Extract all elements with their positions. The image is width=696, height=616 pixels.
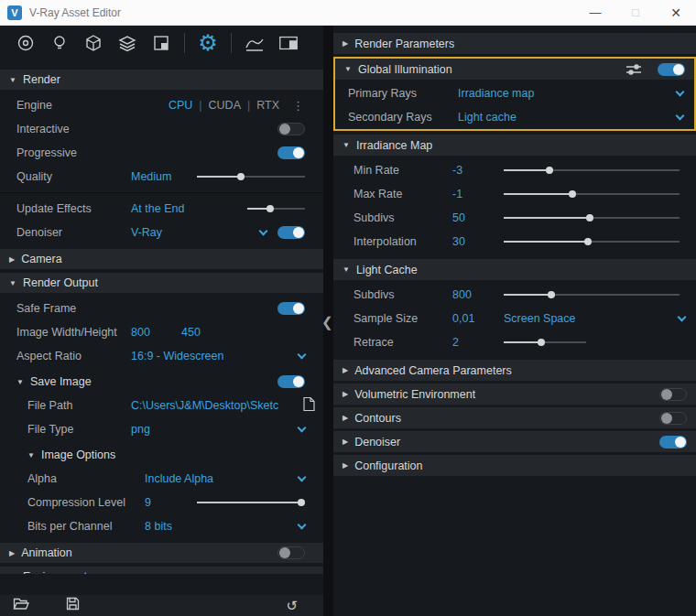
- engine-cuda-option[interactable]: CUDA: [209, 99, 241, 112]
- maximize-button[interactable]: □: [615, 0, 656, 25]
- compression-value[interactable]: 9: [145, 496, 197, 509]
- secondary-rays-value[interactable]: Light cache: [458, 111, 517, 124]
- advanced-settings-icon[interactable]: [625, 63, 642, 76]
- sample-size-space-value[interactable]: Screen Space: [504, 312, 576, 325]
- min-rate-value[interactable]: -3: [452, 164, 504, 177]
- im-subdivs-slider[interactable]: [504, 217, 680, 219]
- section-header-light-cache[interactable]: ▼ Light Cache: [333, 259, 696, 280]
- interpolation-slider[interactable]: [504, 241, 680, 243]
- settings-scroll-area: ▼ Render Engine CPU|CUDA|RTX ⋮ Interacti…: [0, 70, 323, 595]
- image-width-field[interactable]: 800: [131, 326, 181, 339]
- min-rate-slider[interactable]: [504, 169, 680, 171]
- volumetric-toggle[interactable]: [659, 388, 687, 401]
- denoiser-value[interactable]: V-Ray: [131, 226, 162, 239]
- section-header-environment[interactable]: ▼ Environment: [0, 567, 323, 574]
- interpolation-value[interactable]: 30: [452, 235, 504, 248]
- section-header-camera[interactable]: ▶ Camera: [0, 249, 323, 269]
- max-rate-slider[interactable]: [504, 193, 680, 195]
- aspect-ratio-value[interactable]: 16:9 - Widescreen: [131, 350, 223, 362]
- lights-icon[interactable]: [49, 32, 71, 54]
- update-effects-value[interactable]: At the End: [131, 202, 184, 215]
- aspect-ratio-row: Aspect Ratio 16:9 - Widescreen: [0, 344, 323, 368]
- file-browse-icon[interactable]: [302, 396, 316, 415]
- section-header-denoiser[interactable]: ▶ Denoiser: [333, 431, 696, 452]
- max-rate-value[interactable]: -1: [452, 188, 504, 200]
- render-icon[interactable]: [15, 32, 37, 54]
- safe-frame-toggle[interactable]: [277, 302, 305, 315]
- sample-size-value[interactable]: 0,01: [452, 312, 504, 325]
- animation-toggle[interactable]: [277, 546, 305, 559]
- section-header-global-illumination[interactable]: ▼ Global Illumination: [335, 59, 694, 80]
- progressive-toggle[interactable]: [277, 146, 305, 159]
- chevron-down-icon[interactable]: [298, 473, 307, 482]
- subsection-save-image[interactable]: ▼ Save Image: [0, 372, 323, 392]
- section-header-irradiance-map[interactable]: ▼ Irradiance Map: [333, 135, 696, 156]
- collapse-triangle-icon: ▼: [9, 573, 16, 575]
- collapse-triangle-icon: ▶: [343, 438, 348, 446]
- denoiser-toggle[interactable]: [277, 226, 305, 239]
- global-illumination-toggle[interactable]: [658, 63, 685, 76]
- lc-subdivs-slider[interactable]: [504, 294, 680, 296]
- section-header-volumetric[interactable]: ▶ Volumetric Environment: [333, 384, 696, 405]
- textures-icon[interactable]: [150, 32, 172, 54]
- engine-cpu-option[interactable]: CPU: [169, 99, 192, 112]
- geometry-icon[interactable]: [82, 32, 104, 54]
- collapse-panel-icon[interactable]: ❮: [321, 315, 333, 329]
- chevron-down-icon[interactable]: [676, 112, 685, 121]
- displacement-icon[interactable]: [244, 32, 266, 54]
- section-header-configuration[interactable]: ▶ Configuration: [333, 455, 696, 476]
- section-header-render[interactable]: ▼ Render: [0, 70, 323, 90]
- primary-rays-value[interactable]: Irradiance map: [458, 87, 534, 100]
- denoiser-row: Denoiser V-Ray: [0, 221, 323, 244]
- save-icon[interactable]: [66, 597, 80, 614]
- materials-icon[interactable]: [116, 32, 138, 54]
- contours-toggle[interactable]: [659, 412, 687, 425]
- engine-more-icon[interactable]: ⋮: [292, 99, 305, 113]
- retrace-value[interactable]: 2: [452, 336, 504, 349]
- section-header-animation[interactable]: ▶ Animation: [0, 543, 323, 563]
- section-header-render-parameters[interactable]: ▶ Render Parameters: [333, 33, 696, 54]
- undo-icon[interactable]: ↺: [286, 598, 298, 614]
- chevron-down-icon[interactable]: [298, 521, 307, 530]
- chevron-down-icon[interactable]: [259, 227, 268, 236]
- subsection-image-options[interactable]: ▼ Image Options: [0, 445, 323, 465]
- vray-logo-icon: V: [7, 5, 22, 20]
- retrace-slider[interactable]: [504, 341, 586, 343]
- section-header-contours[interactable]: ▶ Contours: [333, 407, 696, 428]
- engine-rtx-option[interactable]: RTX: [256, 99, 279, 112]
- collapse-triangle-icon: ▼: [343, 141, 350, 149]
- file-path-row: File Path C:\Users\J&M\Desktop\Sketc...: [0, 394, 323, 417]
- file-path-value[interactable]: C:\Users\J&M\Desktop\Sketc...: [131, 399, 279, 412]
- compression-slider[interactable]: [197, 502, 305, 503]
- global-illumination-highlight: ▼ Global Illumination Primary Rays Irrad…: [333, 57, 696, 131]
- bits-value[interactable]: 8 bits: [145, 520, 172, 533]
- file-type-value[interactable]: png: [131, 423, 150, 436]
- right-denoiser-toggle[interactable]: [659, 436, 687, 448]
- collapse-triangle-icon: ▶: [343, 366, 348, 374]
- divider: [0, 192, 323, 193]
- titlebar: V V-Ray Asset Editor — □ ✕: [0, 0, 696, 26]
- lc-subdivs-value[interactable]: 800: [452, 288, 504, 301]
- close-button[interactable]: ✕: [656, 0, 696, 25]
- lc-subdivs-row: Subdivs 800: [333, 283, 696, 307]
- section-header-advanced-camera[interactable]: ▶ Advanced Camera Parameters: [333, 360, 696, 381]
- minimize-button[interactable]: —: [575, 0, 615, 25]
- alpha-value[interactable]: Include Alpha: [145, 472, 213, 485]
- section-header-render-output[interactable]: ▼ Render Output: [0, 273, 323, 293]
- im-subdivs-value[interactable]: 50: [452, 211, 504, 224]
- chevron-down-icon[interactable]: [678, 313, 687, 322]
- save-image-toggle[interactable]: [277, 375, 305, 388]
- interactive-toggle[interactable]: [277, 123, 305, 135]
- update-effects-slider[interactable]: [247, 208, 305, 210]
- quality-slider[interactable]: [197, 176, 305, 178]
- chevron-down-icon[interactable]: [298, 351, 307, 360]
- chevron-down-icon[interactable]: [298, 424, 307, 433]
- quality-value[interactable]: Medium: [131, 170, 197, 183]
- engine-row: Engine CPU|CUDA|RTX ⋮: [0, 93, 323, 117]
- collapse-triangle-icon: ▼: [344, 65, 352, 73]
- open-folder-icon[interactable]: [13, 597, 29, 614]
- chevron-down-icon[interactable]: [676, 88, 685, 97]
- settings-gear-icon[interactable]: ⚙: [197, 32, 219, 54]
- viewport-frame-icon[interactable]: [277, 32, 299, 54]
- image-height-field[interactable]: 450: [181, 326, 201, 339]
